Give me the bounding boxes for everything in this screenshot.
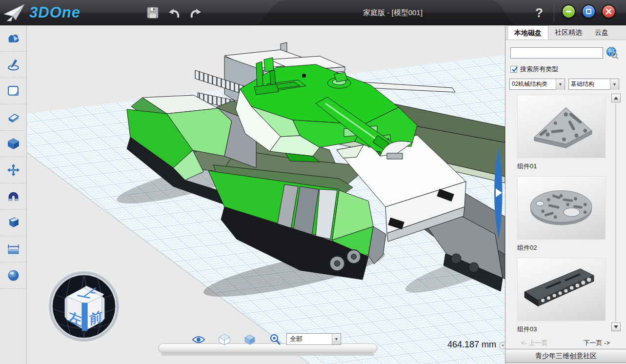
paper-plane-icon — [3, 1, 26, 24]
chevron-down-icon[interactable]: ▼ — [610, 79, 619, 90]
list-scrollbar[interactable] — [611, 94, 621, 332]
tab-cloud[interactable]: 云盘 — [588, 25, 615, 40]
magnifier-icon — [269, 334, 281, 345]
chevron-down-icon[interactable]: ▼ — [556, 79, 565, 90]
minimize-icon — [565, 8, 572, 15]
cube-icon — [7, 137, 20, 150]
search-row — [510, 46, 622, 59]
subcategory-select[interactable]: 基础结构 ▼ — [568, 79, 619, 90]
maximize-button[interactable] — [582, 4, 596, 19]
save-icon — [146, 6, 159, 19]
component-card-3[interactable]: 组件03 — [517, 258, 606, 334]
open-box-icon — [7, 216, 20, 229]
minimize-button[interactable] — [562, 4, 576, 19]
redo-icon — [189, 6, 202, 20]
tab-local-disk[interactable]: 本地磁盘 — [507, 25, 548, 40]
sketch-pen-icon — [7, 58, 20, 71]
library-tabs: 本地磁盘 社区精选 云盘 — [505, 25, 626, 40]
component-card-2[interactable]: 组件02 — [517, 176, 606, 252]
community-button[interactable]: 青少年三维创意社区 — [505, 349, 626, 363]
search-all-checkbox[interactable] — [510, 66, 517, 73]
component-thumb-angle-bar — [517, 258, 606, 321]
titlebar: 3DOne 家庭版 - [模型001] ? — [0, 0, 626, 25]
scrollbar-track[interactable] — [615, 103, 616, 322]
logo-text: 3DOne — [29, 4, 81, 21]
search-all-types[interactable]: 搜索所有类型 — [510, 65, 626, 74]
scroll-up-button[interactable] — [611, 94, 621, 102]
measurement-dropdown[interactable]: ▼ — [499, 342, 505, 349]
maximize-icon — [585, 8, 592, 15]
toolbar-eraser-button[interactable] — [0, 104, 27, 131]
toolbar-render-button[interactable] — [0, 263, 27, 289]
save-button[interactable] — [145, 5, 160, 20]
toolbar-sketch-plane-button[interactable] — [0, 78, 27, 104]
component-thumb-triangular-plate — [517, 95, 606, 158]
zoom-tool-button[interactable] — [268, 334, 282, 345]
close-button[interactable] — [602, 4, 616, 19]
undo-icon — [167, 6, 181, 20]
triangle-down-icon — [614, 325, 618, 328]
scroll-down-button[interactable] — [611, 323, 621, 331]
search-input[interactable] — [510, 47, 603, 59]
wireframe-cube-icon — [219, 334, 230, 345]
search-button[interactable] — [606, 46, 618, 59]
prev-page-button[interactable]: <- 上一页 — [521, 339, 548, 347]
toolbar-move-button[interactable] — [0, 157, 27, 183]
viewport-3d[interactable]: 上 左 前 — [27, 25, 505, 364]
primitives-icon — [7, 32, 20, 45]
component-label: 组件01 — [517, 162, 606, 171]
category-selects: 02机械结构类 ▼ 基础结构 ▼ — [509, 79, 626, 90]
redo-button[interactable] — [188, 5, 203, 20]
move-arrows-icon — [7, 163, 20, 177]
category-select[interactable]: 02机械结构类 ▼ — [509, 79, 565, 90]
display-filter-value: 全部 — [287, 334, 332, 344]
pagination: <- 上一页 下一页 -> — [505, 336, 626, 348]
component-card-1[interactable]: 组件01 — [517, 95, 606, 171]
view-cube[interactable]: 上 左 前 — [47, 270, 121, 343]
window-title: 家庭版 - [模型001] — [259, 0, 527, 25]
next-page-button[interactable]: 下一页 -> — [583, 339, 610, 347]
component-thumb-round-plate — [517, 176, 606, 240]
toolbar-sketch-button[interactable] — [0, 52, 27, 78]
magnet-icon — [7, 190, 20, 203]
shaded-cube-icon — [244, 334, 256, 345]
chevron-down-icon[interactable]: ▼ — [332, 334, 341, 344]
measurement-readout: 464.187 mm — [412, 340, 496, 350]
app-window: 3DOne 家庭版 - [模型001] ? — [0, 0, 626, 364]
close-icon — [605, 8, 612, 15]
component-list: 组件01 — [505, 94, 626, 332]
toolbar-combine-button[interactable] — [0, 210, 27, 236]
search-all-label: 搜索所有类型 — [520, 65, 558, 74]
eye-icon — [192, 335, 205, 344]
app-logo: 3DOne — [3, 1, 81, 24]
left-toolbar — [0, 25, 27, 364]
sketch-plane-icon — [7, 84, 20, 98]
titlebar-divider — [554, 3, 554, 22]
undo-button[interactable] — [167, 5, 182, 20]
parts-tray-shadow — [162, 352, 374, 356]
subcategory-value: 基础结构 — [569, 79, 610, 89]
eraser-icon — [7, 111, 20, 124]
sphere-icon — [7, 269, 20, 282]
toolbar-dimension-button[interactable] — [0, 236, 27, 263]
triangle-up-icon — [614, 97, 618, 100]
toolbar-solid-button[interactable] — [0, 131, 27, 157]
toolbar-magnet-button[interactable] — [0, 183, 27, 210]
dimension-icon — [7, 243, 20, 256]
library-panel: 本地磁盘 社区精选 云盘 搜索所有类型 — [505, 25, 626, 364]
component-label: 组件02 — [517, 243, 606, 252]
tab-community-featured[interactable]: 社区精选 — [548, 25, 588, 40]
component-label: 组件03 — [517, 325, 606, 334]
visibility-button[interactable] — [192, 334, 205, 345]
shaded-mode-button[interactable] — [243, 334, 257, 345]
check-icon — [511, 66, 518, 73]
toolbar-primitives-button[interactable] — [0, 25, 27, 52]
wireframe-mode-button[interactable] — [218, 334, 231, 345]
display-filter-select[interactable]: 全部 ▼ — [286, 333, 341, 345]
category-value: 02机械结构类 — [510, 79, 556, 89]
help-button[interactable]: ? — [531, 0, 547, 25]
